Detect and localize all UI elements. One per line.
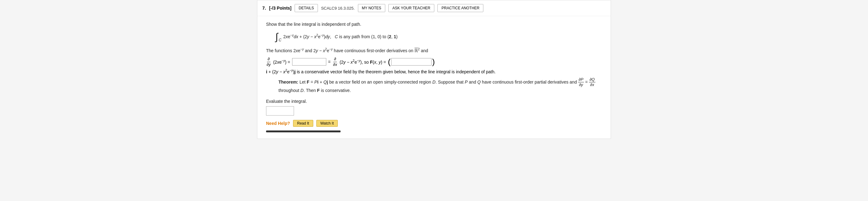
watch-it-button[interactable]: Watch It [316,120,338,127]
equals-divider: = [328,59,331,64]
practice-another-button[interactable]: PRACTICE ANOTHER [437,4,483,12]
integral-symbol: ∫ [275,32,278,41]
read-it-button[interactable]: Read It [293,120,313,127]
evaluate-input[interactable] [266,106,294,116]
evaluate-label: Evaluate the integral. [266,99,602,104]
question-points: [-/3 Points] [269,6,291,10]
partial-frac-2: ∂ ∂x [333,57,338,67]
question-body: Show that the line integral is independe… [257,16,611,139]
theorem-frac-2: ∂Q ∂x [589,77,595,87]
need-help-row: Need Help? Read It Watch It [266,120,602,127]
show-line: Show that the line integral is independe… [266,22,602,27]
vector-suffix: i + (2y − x2e−y)j is a conservative vect… [266,69,495,74]
partial-frac-1: ∂ ∂y [266,57,271,67]
my-notes-button[interactable]: MY NOTES [358,4,385,12]
details-button[interactable]: DETAILS [294,4,318,12]
theorem-block: Theorem: Let F = Pi + Qj be a vector fie… [278,77,602,94]
explanation-text: The functions 2xe−y and 2y − x2e−y have … [266,47,602,54]
integral-display: ∫ C 2xe−ydx + (2y − x2e−y)dy, C is any p… [275,31,602,42]
theorem-text: Let F = Pi + Qj be a vector field on an … [300,79,578,84]
ask-teacher-button[interactable]: ASK YOUR TEACHER [389,4,434,12]
question-header: 7. [-/3 Points] DETAILS SCALC9 16.3.025.… [257,0,611,16]
progress-bar [266,131,341,132]
theorem-frac: ∂P ∂y [578,77,584,87]
partial-answer-1[interactable] [292,58,326,65]
partial-term-1: (2xe−y) = [273,59,290,65]
theorem-equals: = [585,79,589,84]
question-container: 7. [-/3 Points] DETAILS SCALC9 16.3.025.… [257,0,611,139]
integral-subscript: C [279,38,282,42]
theorem-title: Theorem: [278,79,298,84]
integral-content: 2xe−ydx + (2y − x2e−y)dy, C is any path … [283,33,397,40]
need-help-label: Need Help? [266,121,290,126]
vector-paren-box: ( ) [388,58,435,66]
theorem-conclusion: throughout D. Then F is conservative. [278,88,351,93]
course-code: SCALC9 16.3.025. [321,6,354,10]
question-number: 7. [262,6,266,10]
partial-answer-2[interactable] [391,58,432,65]
partial-term-2: (2y − x2e−y), so F(x, y) = [340,59,386,65]
partial-equation-line: ∂ ∂y (2xe−y) = = ∂ ∂x (2y − x2e−y), so F… [266,57,602,74]
